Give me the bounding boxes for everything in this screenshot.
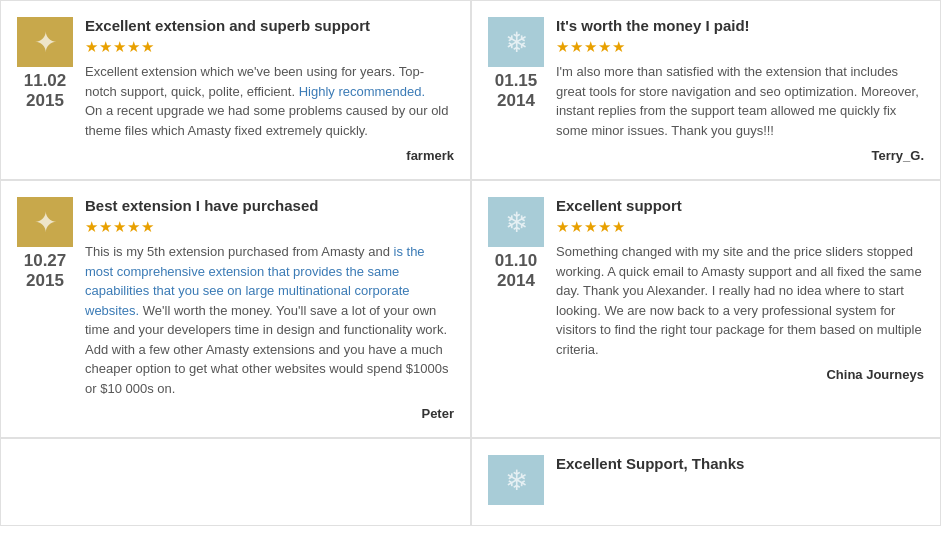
date-col-3: ✦ 10.27 2015 [17, 197, 73, 421]
star-icon-1: ✦ [34, 26, 57, 59]
review-card-1: ✦ 11.02 2015 Excellent extension and sup… [1, 1, 470, 180]
snowflake-icon-5: ❄ [505, 464, 528, 497]
review-content-3: Best extension I have purchased ★★★★★ Th… [85, 197, 454, 421]
review-text-1: Excellent extension which we've been usi… [85, 62, 454, 140]
snowflake-icon-4: ❄ [505, 206, 528, 239]
reviewer-2: Terry_G. [556, 148, 924, 163]
review-text-3: This is my 5th extension purchased from … [85, 242, 454, 398]
review-title-5: Excellent Support, Thanks [556, 455, 924, 472]
reviewer-3: Peter [85, 406, 454, 421]
year-1: 2015 [26, 91, 64, 111]
stars-4: ★★★★★ [556, 218, 924, 236]
reviews-container: ✦ 11.02 2015 Excellent extension and sup… [0, 0, 941, 526]
review-card-5-left [1, 439, 470, 525]
date-col-2: ❄ 01.15 2014 [488, 17, 544, 163]
review-content-1: Excellent extension and superb support ★… [85, 17, 454, 163]
review-card-5: ❄ Excellent Support, Thanks [471, 439, 940, 525]
review-text-4: Something changed with my site and the p… [556, 242, 924, 359]
review-content-4: Excellent support ★★★★★ Something change… [556, 197, 924, 421]
review-text-2: I'm also more than satisfied with the ex… [556, 62, 924, 140]
date-icon-5: ❄ [488, 455, 544, 505]
date-col-1: ✦ 11.02 2015 [17, 17, 73, 163]
review-title-2: It's worth the money I paid! [556, 17, 924, 34]
year-4: 2014 [497, 271, 535, 291]
year-3: 2015 [26, 271, 64, 291]
review-content-2: It's worth the money I paid! ★★★★★ I'm a… [556, 17, 924, 163]
review-card-3: ✦ 10.27 2015 Best extension I have purch… [1, 181, 470, 438]
reviewer-1: farmerk [85, 148, 454, 163]
date-col-5: ❄ [488, 455, 544, 509]
month-day-2: 01.15 [495, 71, 538, 91]
review-card-4: ❄ 01.10 2014 Excellent support ★★★★★ Som… [471, 181, 940, 438]
review-title-1: Excellent extension and superb support [85, 17, 454, 34]
stars-3: ★★★★★ [85, 218, 454, 236]
review-title-4: Excellent support [556, 197, 924, 214]
date-icon-3: ✦ [17, 197, 73, 247]
date-icon-2: ❄ [488, 17, 544, 67]
snowflake-icon-2: ❄ [505, 26, 528, 59]
month-day-4: 01.10 [495, 251, 538, 271]
date-col-4: ❄ 01.10 2014 [488, 197, 544, 421]
review-content-5: Excellent Support, Thanks [556, 455, 924, 509]
reviewer-4: China Journeys [556, 367, 924, 382]
review-title-3: Best extension I have purchased [85, 197, 454, 214]
review-card-2: ❄ 01.15 2014 It's worth the money I paid… [471, 1, 940, 180]
year-2: 2014 [497, 91, 535, 111]
month-day-3: 10.27 [24, 251, 67, 271]
stars-2: ★★★★★ [556, 38, 924, 56]
date-icon-4: ❄ [488, 197, 544, 247]
month-day-1: 11.02 [24, 71, 67, 91]
stars-1: ★★★★★ [85, 38, 454, 56]
star-icon-3: ✦ [34, 206, 57, 239]
date-icon-1: ✦ [17, 17, 73, 67]
